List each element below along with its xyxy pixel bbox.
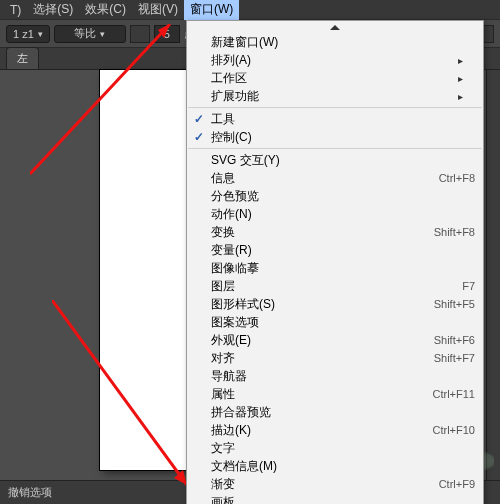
menu-shortcut: Shift+F8 (434, 226, 475, 238)
menu-item-label: 描边(K) (211, 422, 421, 439)
link-toggle-icon[interactable] (130, 25, 150, 43)
menu-item-label: 控制(C) (211, 129, 463, 146)
menu-item[interactable]: 分色预览 (187, 187, 483, 205)
menu-item-label: 新建窗口(W) (211, 34, 463, 51)
menu-item-label: 导航器 (211, 368, 463, 385)
menu-item[interactable]: 动作(N) (187, 205, 483, 223)
check-icon: ✓ (187, 112, 211, 126)
menu-item-label: 图像临摹 (211, 260, 463, 277)
menu-item-label: 信息 (211, 170, 427, 187)
menu-item[interactable]: 图形样式(S)Shift+F5 (187, 295, 483, 313)
menu-item-label: 图层 (211, 278, 450, 295)
check-icon: ✓ (187, 130, 211, 144)
menu-shortcut: Ctrl+F11 (433, 388, 476, 400)
menu-item-label: 工具 (211, 111, 463, 128)
menu-item-label: 扩展功能 (211, 88, 463, 105)
menu-item-effect[interactable]: 效果(C) (79, 0, 132, 20)
menu-item[interactable]: 图层F7 (187, 277, 483, 295)
menu-item-label: 分色预览 (211, 188, 463, 205)
menu-item[interactable]: 新建窗口(W) (187, 33, 483, 51)
menu-item[interactable]: 文字 (187, 439, 483, 457)
menu-item[interactable]: 信息Ctrl+F8 (187, 169, 483, 187)
menu-item-t[interactable]: T) (4, 1, 27, 19)
menu-item[interactable]: 属性Ctrl+F11 (187, 385, 483, 403)
menu-item-label: 变量(R) (211, 242, 463, 259)
menu-item[interactable]: 扩展功能 (187, 87, 483, 105)
menu-item-window[interactable]: 窗口(W) (184, 0, 239, 20)
menu-item[interactable]: 渐变Ctrl+F9 (187, 475, 483, 493)
menu-item[interactable]: 文档信息(M) (187, 457, 483, 475)
menu-shortcut: Ctrl+F9 (439, 478, 475, 490)
menu-item-label: 排列(A) (211, 52, 463, 69)
menu-item[interactable]: 图像临摹 (187, 259, 483, 277)
status-label: 撤销选项 (8, 485, 52, 500)
menu-item[interactable]: 导航器 (187, 367, 483, 385)
menu-item[interactable]: ✓控制(C) (187, 128, 483, 146)
menu-item[interactable]: 对齐Shift+F7 (187, 349, 483, 367)
menu-item-label: 文档信息(M) (211, 458, 463, 475)
menubar: T) 选择(S) 效果(C) 视图(V) 窗口(W) (0, 0, 500, 20)
menu-item-label: 对齐 (211, 350, 422, 367)
menu-item-label: 属性 (211, 386, 421, 403)
menu-shortcut: Shift+F5 (434, 298, 475, 310)
menu-shortcut: F7 (462, 280, 475, 292)
menu-item-label: 拼合器预览 (211, 404, 463, 421)
menu-item-label: 画板 (211, 494, 463, 505)
menu-item-label: 图案选项 (211, 314, 463, 331)
menu-item[interactable]: 变量(R) (187, 241, 483, 259)
menu-separator (188, 148, 482, 149)
scale-mode-dropdown[interactable]: 等比▾ (54, 25, 126, 43)
menu-item-label: 图形样式(S) (211, 296, 422, 313)
dropdown-1[interactable]: 1 z1▾ (6, 25, 50, 43)
stroke-weight-field[interactable] (154, 25, 180, 43)
menu-item-label: 外观(E) (211, 332, 422, 349)
menu-item-label: SVG 交互(Y) (211, 152, 463, 169)
menu-item[interactable]: 排列(A) (187, 51, 483, 69)
menu-item[interactable]: 图案选项 (187, 313, 483, 331)
menu-shortcut: Shift+F6 (434, 334, 475, 346)
menu-item[interactable]: 变换Shift+F8 (187, 223, 483, 241)
menu-item[interactable]: 外观(E)Shift+F6 (187, 331, 483, 349)
menu-item-label: 动作(N) (211, 206, 463, 223)
menu-item-label: 渐变 (211, 476, 427, 493)
menu-separator (188, 107, 482, 108)
menu-scroll-up-icon[interactable] (187, 21, 483, 33)
menu-item-select[interactable]: 选择(S) (27, 0, 79, 20)
menu-item[interactable]: 画板 (187, 493, 483, 504)
menu-item[interactable]: 拼合器预览 (187, 403, 483, 421)
menu-item-label: 变换 (211, 224, 422, 241)
document-tab[interactable]: 左 (6, 47, 39, 69)
window-menu: 新建窗口(W)排列(A)工作区扩展功能✓工具✓控制(C)SVG 交互(Y)信息C… (186, 20, 484, 504)
menu-item[interactable]: ✓工具 (187, 110, 483, 128)
menu-shortcut: Shift+F7 (434, 352, 475, 364)
menu-item-label: 工作区 (211, 70, 463, 87)
menu-item-label: 文字 (211, 440, 463, 457)
menu-shortcut: Ctrl+F8 (439, 172, 475, 184)
menu-shortcut: Ctrl+F10 (433, 424, 476, 436)
menu-item-view[interactable]: 视图(V) (132, 0, 184, 20)
menu-item[interactable]: SVG 交互(Y) (187, 151, 483, 169)
menu-item[interactable]: 工作区 (187, 69, 483, 87)
dock-right-collapsed[interactable] (486, 70, 500, 480)
menu-item[interactable]: 描边(K)Ctrl+F10 (187, 421, 483, 439)
